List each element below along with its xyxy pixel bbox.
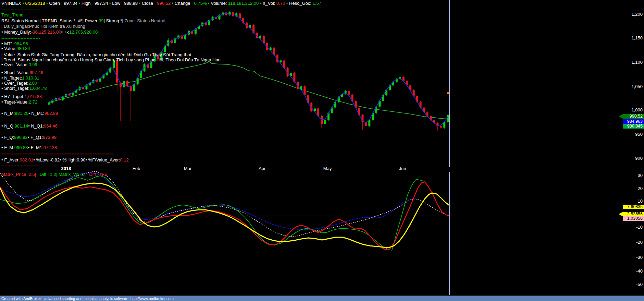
last-bar-marker: [447, 92, 449, 94]
overlay-line: --------------------------: [1, 36, 40, 41]
text-segment: RSI_Status:Normal| TREND_Status:*--#*| P…: [1, 18, 99, 23]
candle-body: [123, 81, 125, 87]
text-segment: • F_M1:: [28, 145, 44, 150]
text-segment: 1.57: [313, 1, 321, 6]
text-segment: •: [77, 1, 82, 6]
text-segment: 984.96: [14, 41, 28, 46]
text-segment: Diff : -1.5: [85, 172, 107, 177]
text-segment: • N_Taget:: [1, 75, 22, 81]
month-label: Apr: [259, 166, 265, 171]
axis-tick-label: 1,100: [631, 60, 643, 65]
month-label: 2018: [61, 166, 71, 171]
axis-tick-label: 30: [638, 173, 643, 178]
text-segment: Change=: [175, 1, 194, 6]
axis-tick-label: -10: [636, 225, 643, 230]
value-tag-text: 7.60835: [627, 204, 643, 209]
overlay-line: RSI_Status:Normal| TREND_Status:*--#*| P…: [1, 19, 165, 23]
text-segment: Close=: [142, 1, 157, 6]
text-segment: Open= 997.34: [49, 1, 77, 6]
candle-body: [324, 120, 326, 124]
text-segment: Low= 988.98: [112, 1, 138, 6]
value-tag-arrow: [619, 212, 623, 216]
axis-tick-label: -30: [636, 255, 643, 260]
overlay-line: • H7_Taget:1,015.88: [1, 94, 42, 99]
overlay-line: • MT1:984.96: [1, 41, 28, 46]
text-segment: --------------------------: [1, 163, 40, 168]
text-segment: 997.49: [29, 70, 43, 75]
text-segment: 1,010.31: [22, 75, 39, 81]
month-label: Jun: [399, 166, 406, 171]
cursor-line-segment[interactable]: [449, 0, 450, 167]
status-bar: Created with AmiBroker - advanced charti…: [0, 296, 644, 301]
text-segment: •: [259, 1, 263, 6]
text-segment: 39: [99, 18, 103, 23]
text-segment: ========================================…: [1, 129, 113, 134]
cursor-line-segment[interactable]: [449, 172, 450, 295]
candle-body: [443, 122, 445, 128]
text-segment: • %Low:-0.82• %High:0.90• %F/Value_Aver:: [33, 157, 120, 162]
candle-body: [402, 77, 405, 81]
chart-canvas[interactable]: 1,2001,1501,1001,0501,000950900302010-10…: [0, 0, 644, 301]
text-segment: Heso_Goc:: [289, 1, 313, 6]
text-segment: 12,705,920.00: [69, 29, 98, 35]
lower-panel-title: Matrix_Price :2.5| Diff : 1.2| Matrix_Vo…: [1, 172, 107, 177]
text-segment: Zone_Status:Neutral: [124, 18, 165, 23]
text-segment: • Over_Taget:: [1, 81, 28, 86]
text-segment: 964.46: [44, 123, 58, 129]
price-axis-labels: 1,2001,1501,1001,0501,000950900302010-10…: [631, 12, 643, 287]
overlay-line: --------------------------: [1, 7, 40, 12]
text-segment: n_Vol:: [263, 1, 276, 6]
text-segment: 2.72: [29, 99, 37, 105]
text-segment: • N_M:: [1, 111, 15, 116]
text-segment: • F_Q:: [1, 135, 14, 140]
text-segment: | Trend_Status:Ngan Han chuyên tu Xu Huo…: [1, 57, 221, 62]
text-segment: Matrix_Price :2.5|: [1, 172, 36, 177]
overlay-line: • Short_Value:997.49: [1, 70, 43, 75]
candle-body: [109, 68, 111, 73]
text-segment: 973.98: [43, 135, 57, 140]
text-segment: 981.14: [15, 123, 28, 129]
axis-tick-label: -40: [636, 268, 643, 274]
panel-separator: [0, 295, 644, 296]
text-segment: 118,181,312.00: [228, 1, 259, 6]
text-segment: | Strong:*|: [103, 18, 124, 23]
cursor-line[interactable]: [449, 0, 450, 295]
amibroker-chart-window: 1,2001,1501,1001,0501,000950900302010-10…: [0, 0, 644, 301]
overlay-line: --------------------------: [1, 118, 40, 122]
text-segment: • Taget-Value:: [1, 99, 29, 105]
text-segment: •: [138, 1, 142, 6]
matrix-red-line: [0, 182, 450, 250]
text-segment: 0.12: [120, 157, 128, 162]
text-segment: | Daily_singal:Phuc Hoi Kiem tra Xu huon…: [1, 24, 85, 29]
value-tag-text: 990.52: [630, 114, 643, 119]
value-tag-text: 984.963: [627, 119, 643, 124]
overlay-line: • Value:980.84: [1, 46, 30, 51]
text-segment: • Short_Value:: [1, 70, 29, 75]
overlay-line: ========================================…: [1, 152, 113, 157]
axis-tick-label: 20: [638, 186, 643, 191]
value-tag-text: 980.845: [627, 124, 643, 129]
overlay-line: • N_M:981.20• N_M1:962.88: [1, 111, 58, 116]
text-segment: •: [171, 1, 175, 6]
text-segment: 6/25/2018: [25, 1, 45, 6]
month-label: Mar: [184, 166, 191, 171]
value-tag-text: 1.03056: [627, 216, 643, 221]
text-segment: High= 997.34: [82, 1, 108, 6]
candle-body: [368, 120, 370, 126]
text-segment: 980.84: [16, 46, 30, 51]
axis-tick-label: 1,150: [631, 35, 643, 40]
text-segment: • N_Q1:: [28, 123, 44, 129]
candle-body: [440, 126, 442, 128]
text-segment: 0.70: [276, 1, 285, 6]
text-segment: ========================================…: [1, 152, 113, 157]
axis-tick-label: 1,200: [631, 12, 643, 17]
text-segment: 962.88: [44, 111, 58, 116]
axis-tick-label: 900: [635, 156, 643, 161]
value-tag-text: 2.53656: [627, 212, 643, 216]
text-segment: • N_Q:: [1, 123, 15, 129]
text-segment: 981.20: [15, 111, 28, 116]
text-segment: --------------------------: [1, 36, 40, 41]
text-segment: • Short_Taget:: [1, 86, 29, 91]
overlay-line: • Over_Taget:2.00: [1, 81, 37, 86]
text-segment: • N_M1:: [28, 111, 44, 116]
